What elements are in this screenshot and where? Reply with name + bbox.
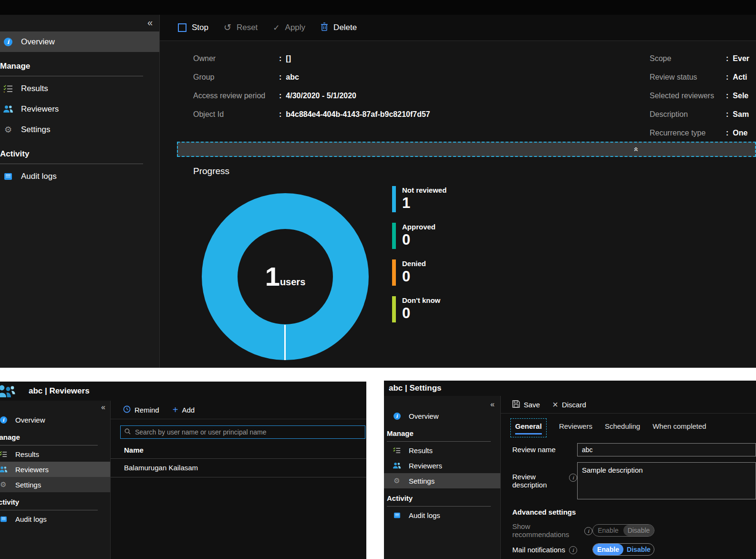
overview-panel: « i Overview Manage Results Reviewers ⚙ … bbox=[0, 15, 756, 368]
divider bbox=[387, 441, 491, 442]
sidebar-section-manage: Manage bbox=[0, 52, 159, 76]
mail-notifications-row: Mail notifications i Enable Disable bbox=[512, 540, 756, 559]
sidebar-item-label: Audit logs bbox=[15, 515, 47, 523]
delete-button[interactable]: Delete bbox=[321, 22, 357, 33]
sidebar-item-label: Overview bbox=[409, 412, 439, 420]
sidebar-item-label: Reviewers bbox=[409, 462, 442, 470]
remind-label: Remind bbox=[135, 406, 159, 414]
panel-title: abc | Reviewers bbox=[29, 386, 90, 396]
trash-icon bbox=[321, 22, 328, 33]
sidebar-section-manage: Manage bbox=[0, 427, 110, 445]
donut-center-unit: users bbox=[280, 277, 305, 288]
collapse-sidebar-icon[interactable]: « bbox=[101, 403, 105, 412]
gear-icon: ⚙ bbox=[2, 125, 14, 134]
tab-when-completed[interactable]: When completed bbox=[652, 418, 706, 430]
save-button[interactable]: Save bbox=[512, 400, 540, 409]
sidebar-item-settings[interactable]: ⚙ Settings bbox=[0, 477, 110, 492]
people-icon bbox=[0, 466, 10, 473]
tab-general[interactable]: General bbox=[510, 418, 547, 437]
review-description-input[interactable]: Sample description bbox=[577, 462, 756, 499]
sidebar-item-label: Results bbox=[15, 450, 39, 458]
checklist-icon bbox=[2, 84, 14, 93]
sidebar-item-reviewers[interactable]: Reviewers bbox=[384, 458, 500, 473]
tab-label: General bbox=[515, 422, 542, 430]
search-icon bbox=[124, 428, 131, 436]
sidebar-item-reviewers[interactable]: Reviewers bbox=[0, 462, 110, 477]
sidebar-item-settings[interactable]: ⚙ Settings bbox=[0, 119, 159, 140]
checklist-icon bbox=[0, 451, 10, 457]
people-group-icon bbox=[0, 384, 16, 398]
tab-reviewers[interactable]: Reviewers bbox=[559, 418, 592, 430]
tab-scheduling[interactable]: Scheduling bbox=[605, 418, 640, 430]
gear-icon: ⚙ bbox=[391, 476, 403, 485]
sidebar-item-overview[interactable]: i Overview bbox=[0, 412, 110, 427]
sidebar-item-reviewers[interactable]: Reviewers bbox=[0, 99, 159, 119]
sidebar-item-overview[interactable]: i Overview bbox=[0, 31, 159, 52]
advanced-settings-heading: Advanced settings bbox=[512, 508, 756, 516]
search-input[interactable] bbox=[134, 428, 361, 436]
table-row[interactable]: Balamurugan Kailasam bbox=[111, 459, 366, 477]
detail-value: abc bbox=[286, 73, 299, 82]
sidebar-item-label: Reviewers bbox=[21, 104, 59, 114]
disable-option[interactable]: Disable bbox=[623, 525, 654, 536]
detail-row-group: Group : abc bbox=[193, 68, 430, 86]
add-button[interactable]: + Add bbox=[173, 405, 195, 414]
detail-value: One bbox=[733, 129, 747, 137]
top-black-strip bbox=[0, 0, 756, 15]
detail-label: Description bbox=[650, 110, 726, 119]
divider bbox=[387, 506, 491, 507]
review-name-label: Review name bbox=[512, 443, 577, 456]
legend-value: 0 bbox=[402, 232, 435, 247]
clock-icon bbox=[123, 405, 131, 414]
enable-option[interactable]: Enable bbox=[593, 544, 623, 555]
sidebar-item-audit-logs[interactable]: Audit logs bbox=[0, 511, 110, 527]
settings-panel-body: « i Overview Manage Results Reviewers ⚙ bbox=[384, 396, 756, 559]
info-icon: i bbox=[569, 546, 577, 554]
mail-notifications-toggle[interactable]: Enable Disable bbox=[592, 543, 654, 556]
collapse-details-bar[interactable]: « bbox=[177, 142, 756, 157]
apply-button[interactable]: ✓ Apply bbox=[273, 23, 305, 33]
collapse-sidebar-icon[interactable]: « bbox=[490, 400, 495, 409]
detail-value: Ever bbox=[733, 54, 749, 63]
discard-button[interactable]: × Discard bbox=[552, 401, 586, 409]
reviewer-search-box bbox=[120, 425, 365, 439]
stop-button[interactable]: Stop bbox=[178, 23, 208, 32]
detail-row-scope: Scope : Ever bbox=[650, 49, 749, 68]
enable-option[interactable]: Enable bbox=[593, 525, 623, 536]
reviewers-panel-body: « i Overview Manage Results bbox=[0, 401, 366, 559]
audit-logs-icon bbox=[2, 173, 14, 180]
review-name-input[interactable] bbox=[577, 443, 756, 456]
sidebar-item-label: Settings bbox=[21, 125, 50, 135]
sidebar-item-audit-logs[interactable]: Audit logs bbox=[384, 507, 500, 523]
discard-label: Discard bbox=[562, 401, 586, 409]
legend-value: 0 bbox=[402, 306, 440, 321]
detail-label: Scope bbox=[650, 54, 726, 63]
settings-command-bar: Save × Discard bbox=[501, 396, 756, 414]
reset-button[interactable]: ↺ Reset bbox=[224, 23, 258, 32]
donut-center-label: 1 users bbox=[202, 193, 369, 360]
sidebar-item-overview[interactable]: i Overview bbox=[384, 408, 500, 424]
show-recommendations-toggle[interactable]: Enable Disable bbox=[592, 524, 654, 537]
sidebar-item-results[interactable]: Results bbox=[384, 443, 500, 458]
sidebar-item-label: Settings bbox=[409, 477, 435, 485]
progress-title: Progress bbox=[193, 166, 229, 176]
double-chevron-up-icon[interactable]: « bbox=[631, 147, 641, 151]
detail-value: [] bbox=[286, 54, 291, 63]
sidebar-item-audit-logs[interactable]: Audit logs bbox=[0, 166, 159, 186]
detail-row-recurrence-type: Recurrence type : One bbox=[650, 124, 749, 142]
show-recommendations-label: Show recommendations i bbox=[512, 522, 592, 538]
sidebar-item-results[interactable]: Results bbox=[0, 78, 159, 99]
sidebar-section-activity: Activity bbox=[0, 140, 159, 164]
sidebar-item-results[interactable]: Results bbox=[0, 446, 110, 462]
detail-row-object-id: Object Id : b4c884e4-404b-4143-87af-b9c8… bbox=[193, 105, 430, 124]
gear-icon: ⚙ bbox=[0, 480, 10, 489]
disable-option[interactable]: Disable bbox=[623, 544, 654, 555]
detail-label: Selected reviewers bbox=[650, 92, 726, 100]
detail-value: Sam bbox=[733, 110, 749, 119]
close-icon: × bbox=[552, 401, 558, 408]
table-column-name[interactable]: Name bbox=[111, 439, 366, 459]
collapse-sidebar-icon[interactable]: « bbox=[147, 18, 153, 27]
sidebar-item-settings[interactable]: ⚙ Settings bbox=[384, 473, 500, 488]
remind-button[interactable]: Remind bbox=[123, 405, 159, 414]
stop-label: Stop bbox=[192, 23, 208, 32]
